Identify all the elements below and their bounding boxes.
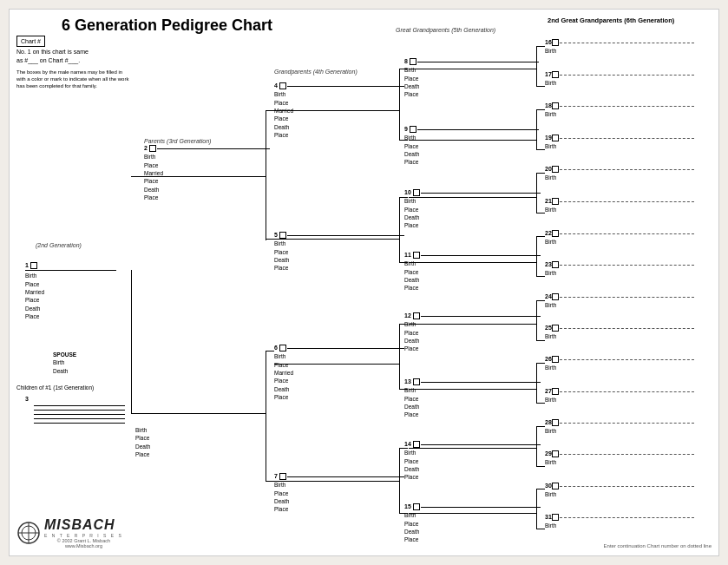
- hline-2-4: [266, 110, 274, 111]
- person-16: 16 Birth: [545, 38, 694, 56]
- person-23: 23 Birth: [545, 260, 694, 278]
- gen5-label: Great Grandparents (5th Generation): [396, 27, 495, 33]
- hline-2-5: [266, 239, 274, 240]
- child-lines: [34, 405, 125, 427]
- footer-note: Enter continuation Chart number on dotte…: [604, 543, 712, 549]
- logo-name: MISBACH: [44, 517, 115, 532]
- hline-10-20: [536, 173, 545, 174]
- person-31: 31 Birth: [545, 513, 694, 530]
- person-18: 18 Birth: [545, 102, 694, 119]
- hline-11-22: [536, 236, 545, 237]
- person-25: 25 Birth: [545, 324, 694, 341]
- hline-14-28: [536, 426, 545, 427]
- hline-15-30: [536, 489, 545, 489]
- person-12: 12 Birth Place Death Place: [404, 312, 541, 353]
- children-block: 3: [25, 396, 29, 402]
- person-28: 28 Birth: [545, 418, 694, 436]
- chart-title: 6 Generation Pedigree Chart: [62, 16, 272, 35]
- pedigree-chart-page: 6 Generation Pedigree Chart Chart # No. …: [9, 9, 719, 556]
- hline-12-24: [536, 300, 545, 301]
- person-19: 19 Birth: [545, 134, 694, 151]
- vline-1: [131, 270, 132, 413]
- person-14: 14 Birth Place Death Place: [404, 440, 541, 482]
- gen6-label: 2nd Great Grandparents (6th Generation): [548, 16, 674, 24]
- hline-8-16: [536, 46, 545, 47]
- person-7: 7 Birth Place Death Place: [274, 472, 404, 514]
- person-29: 29 Birth: [545, 450, 694, 467]
- person-2: 2 Birth Place Married Place Death Place: [144, 144, 270, 202]
- gen2-label: (2nd Generation): [36, 242, 82, 248]
- hline-3-7: [266, 481, 274, 482]
- person-5: 5 Birth Place Death Place: [274, 231, 404, 273]
- person-4: 4 Birth Place Married Place Death Place: [274, 82, 404, 140]
- person-24: 24 Birth: [545, 292, 694, 310]
- person-3-fields: Birth Place Death Place: [135, 426, 150, 459]
- person-9: 9 Birth Place Death Place: [404, 125, 539, 167]
- vline-3: [266, 351, 266, 481]
- chart-number-label: Chart #: [16, 36, 45, 47]
- person-10: 10 Birth Place Death Place: [404, 188, 541, 230]
- hline-3-6: [266, 351, 274, 351]
- note1: No. 1 on this chart is same as #___ on C…: [16, 48, 89, 65]
- person-15: 15 Birth Place Death Place: [404, 503, 541, 544]
- hline-9-18: [536, 109, 545, 110]
- hline-13-26: [536, 363, 545, 364]
- person-6: 6 Birth Place Married Place Death Place: [274, 344, 404, 402]
- logo-icon: [16, 521, 41, 545]
- spouse-block: SPOUSE Birth Death: [53, 351, 76, 375]
- person-13: 13 Birth Place Death Place: [404, 378, 541, 419]
- person-17: 17 Birth: [545, 70, 694, 88]
- person-22: 22 Birth: [545, 229, 694, 246]
- hline-3: [150, 413, 266, 414]
- children-label: Children of #1 (1st Generation): [16, 384, 94, 391]
- logo-area: MISBACH E N T E R P R I S E S © 2002 Gra…: [16, 517, 123, 549]
- gen3-label: Parents (3rd Generation): [144, 138, 211, 144]
- person-8: 8 Birth Place Death Place: [404, 57, 539, 99]
- person-30: 30 Birth: [545, 482, 694, 499]
- gen4-label: Grandparents (4th Generation): [274, 69, 357, 75]
- person-21: 21 Birth: [545, 197, 694, 214]
- logo-url: www.Misbach.org: [44, 543, 123, 549]
- person-26: 26 Birth: [545, 355, 694, 372]
- hline-1-3: [131, 413, 150, 414]
- note3: The boxes by the male names may be fille…: [16, 69, 129, 89]
- person-11: 11 Birth Place Death Place: [404, 251, 541, 292]
- person-20: 20 Birth: [545, 165, 694, 182]
- person-27: 27 Birth: [545, 387, 694, 404]
- person-1: 1 Birth Place Married Place Death Place: [25, 261, 116, 321]
